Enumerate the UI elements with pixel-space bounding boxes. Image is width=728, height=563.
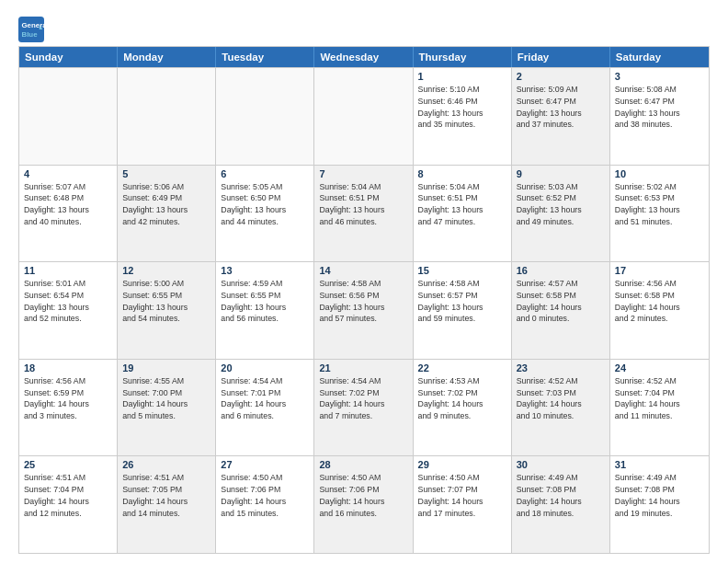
cal-cell-4: 4Sunrise: 5:07 AM Sunset: 6:48 PM Daylig… — [19, 166, 118, 262]
day-info: Sunrise: 4:54 AM Sunset: 7:01 PM Dayligh… — [221, 375, 309, 422]
day-info: Sunrise: 4:56 AM Sunset: 6:58 PM Dayligh… — [615, 278, 704, 325]
day-info: Sunrise: 5:03 AM Sunset: 6:52 PM Dayligh… — [517, 181, 605, 228]
cal-cell-6: 6Sunrise: 5:05 AM Sunset: 6:50 PM Daylig… — [216, 166, 314, 262]
cal-cell-1: 1Sunrise: 5:10 AM Sunset: 6:46 PM Daylig… — [414, 68, 512, 165]
day-number: 29 — [418, 459, 506, 470]
cal-header-sunday: Sunday — [19, 47, 118, 67]
day-info: Sunrise: 5:04 AM Sunset: 6:51 PM Dayligh… — [319, 181, 407, 228]
cal-cell-26: 26Sunrise: 4:51 AM Sunset: 7:05 PM Dayli… — [118, 456, 216, 553]
day-number: 23 — [517, 362, 605, 373]
cal-cell-27: 27Sunrise: 4:50 AM Sunset: 7:06 PM Dayli… — [216, 456, 314, 553]
cal-header-wednesday: Wednesday — [314, 47, 413, 67]
day-info: Sunrise: 5:09 AM Sunset: 6:47 PM Dayligh… — [517, 84, 605, 131]
cal-cell-17: 17Sunrise: 4:56 AM Sunset: 6:58 PM Dayli… — [610, 262, 709, 359]
cal-cell-empty-0-2 — [216, 68, 314, 165]
day-info: Sunrise: 5:08 AM Sunset: 6:47 PM Dayligh… — [615, 84, 704, 131]
day-number: 3 — [615, 71, 704, 82]
day-number: 2 — [517, 71, 605, 82]
cal-cell-15: 15Sunrise: 4:58 AM Sunset: 6:57 PM Dayli… — [414, 262, 512, 359]
day-info: Sunrise: 4:50 AM Sunset: 7:06 PM Dayligh… — [221, 472, 309, 519]
header: General Blue — [18, 17, 710, 42]
day-info: Sunrise: 4:58 AM Sunset: 6:56 PM Dayligh… — [319, 278, 407, 325]
day-number: 1 — [418, 71, 506, 82]
cal-header-tuesday: Tuesday — [216, 47, 314, 67]
cal-cell-18: 18Sunrise: 4:56 AM Sunset: 6:59 PM Dayli… — [19, 360, 118, 456]
cal-header-monday: Monday — [118, 47, 216, 67]
day-number: 12 — [122, 265, 210, 276]
cal-cell-7: 7Sunrise: 5:04 AM Sunset: 6:51 PM Daylig… — [314, 166, 413, 262]
day-number: 26 — [122, 459, 210, 470]
cal-row-1: 1Sunrise: 5:10 AM Sunset: 6:46 PM Daylig… — [19, 67, 709, 165]
cal-cell-28: 28Sunrise: 4:50 AM Sunset: 7:06 PM Dayli… — [314, 456, 413, 553]
cal-header-friday: Friday — [512, 47, 610, 67]
day-info: Sunrise: 4:52 AM Sunset: 7:03 PM Dayligh… — [517, 375, 605, 422]
calendar-header-row: SundayMondayTuesdayWednesdayThursdayFrid… — [19, 47, 709, 67]
day-number: 27 — [221, 459, 309, 470]
cal-cell-13: 13Sunrise: 4:59 AM Sunset: 6:55 PM Dayli… — [216, 262, 314, 359]
cal-cell-8: 8Sunrise: 5:04 AM Sunset: 6:51 PM Daylig… — [414, 166, 512, 262]
day-info: Sunrise: 4:56 AM Sunset: 6:59 PM Dayligh… — [24, 375, 112, 422]
cal-cell-9: 9Sunrise: 5:03 AM Sunset: 6:52 PM Daylig… — [512, 166, 610, 262]
cal-header-saturday: Saturday — [610, 47, 709, 67]
day-info: Sunrise: 4:51 AM Sunset: 7:05 PM Dayligh… — [122, 472, 210, 519]
day-info: Sunrise: 4:52 AM Sunset: 7:04 PM Dayligh… — [615, 375, 704, 422]
cal-cell-empty-0-3 — [314, 68, 413, 165]
day-number: 30 — [517, 459, 605, 470]
day-info: Sunrise: 4:59 AM Sunset: 6:55 PM Dayligh… — [221, 278, 309, 325]
day-info: Sunrise: 4:53 AM Sunset: 7:02 PM Dayligh… — [418, 375, 506, 422]
day-info: Sunrise: 4:57 AM Sunset: 6:58 PM Dayligh… — [517, 278, 605, 325]
cal-cell-22: 22Sunrise: 4:53 AM Sunset: 7:02 PM Dayli… — [414, 360, 512, 456]
cal-cell-21: 21Sunrise: 4:54 AM Sunset: 7:02 PM Dayli… — [314, 360, 413, 456]
day-info: Sunrise: 4:50 AM Sunset: 7:07 PM Dayligh… — [418, 472, 506, 519]
cal-cell-5: 5Sunrise: 5:06 AM Sunset: 6:49 PM Daylig… — [118, 166, 216, 262]
day-number: 13 — [221, 265, 309, 276]
cal-cell-19: 19Sunrise: 4:55 AM Sunset: 7:00 PM Dayli… — [118, 360, 216, 456]
cal-cell-29: 29Sunrise: 4:50 AM Sunset: 7:07 PM Dayli… — [414, 456, 512, 553]
day-number: 11 — [24, 265, 112, 276]
day-number: 6 — [221, 168, 309, 179]
cal-header-thursday: Thursday — [414, 47, 512, 67]
day-info: Sunrise: 5:05 AM Sunset: 6:50 PM Dayligh… — [221, 181, 309, 228]
day-info: Sunrise: 5:07 AM Sunset: 6:48 PM Dayligh… — [24, 181, 112, 228]
day-number: 5 — [122, 168, 210, 179]
day-number: 19 — [122, 362, 210, 373]
day-number: 8 — [418, 168, 506, 179]
cal-cell-20: 20Sunrise: 4:54 AM Sunset: 7:01 PM Dayli… — [216, 360, 314, 456]
day-number: 31 — [615, 459, 704, 470]
cal-cell-empty-0-1 — [118, 68, 216, 165]
day-info: Sunrise: 5:01 AM Sunset: 6:54 PM Dayligh… — [24, 278, 112, 325]
cal-row-3: 11Sunrise: 5:01 AM Sunset: 6:54 PM Dayli… — [19, 261, 709, 359]
calendar-body: 1Sunrise: 5:10 AM Sunset: 6:46 PM Daylig… — [19, 67, 709, 553]
day-number: 14 — [319, 265, 407, 276]
cal-cell-31: 31Sunrise: 4:49 AM Sunset: 7:08 PM Dayli… — [610, 456, 709, 553]
day-number: 7 — [319, 168, 407, 179]
page: General Blue SundayMondayTuesdayWednesda… — [0, 0, 728, 563]
day-number: 28 — [319, 459, 407, 470]
day-number: 18 — [24, 362, 112, 373]
day-number: 15 — [418, 265, 506, 276]
day-number: 17 — [615, 265, 704, 276]
day-number: 9 — [517, 168, 605, 179]
day-info: Sunrise: 4:54 AM Sunset: 7:02 PM Dayligh… — [319, 375, 407, 422]
day-info: Sunrise: 4:49 AM Sunset: 7:08 PM Dayligh… — [615, 472, 704, 519]
day-number: 16 — [517, 265, 605, 276]
cal-row-4: 18Sunrise: 4:56 AM Sunset: 6:59 PM Dayli… — [19, 359, 709, 456]
cal-row-2: 4Sunrise: 5:07 AM Sunset: 6:48 PM Daylig… — [19, 165, 709, 262]
cal-cell-25: 25Sunrise: 4:51 AM Sunset: 7:04 PM Dayli… — [19, 456, 118, 553]
cal-cell-14: 14Sunrise: 4:58 AM Sunset: 6:56 PM Dayli… — [314, 262, 413, 359]
cal-cell-12: 12Sunrise: 5:00 AM Sunset: 6:55 PM Dayli… — [118, 262, 216, 359]
cal-cell-3: 3Sunrise: 5:08 AM Sunset: 6:47 PM Daylig… — [610, 68, 709, 165]
day-info: Sunrise: 5:00 AM Sunset: 6:55 PM Dayligh… — [122, 278, 210, 325]
day-number: 20 — [221, 362, 309, 373]
day-info: Sunrise: 4:50 AM Sunset: 7:06 PM Dayligh… — [319, 472, 407, 519]
cal-cell-23: 23Sunrise: 4:52 AM Sunset: 7:03 PM Dayli… — [512, 360, 610, 456]
day-info: Sunrise: 5:02 AM Sunset: 6:53 PM Dayligh… — [615, 181, 704, 228]
logo-icon: General Blue — [18, 17, 44, 42]
day-number: 24 — [615, 362, 704, 373]
cal-cell-2: 2Sunrise: 5:09 AM Sunset: 6:47 PM Daylig… — [512, 68, 610, 165]
day-info: Sunrise: 4:51 AM Sunset: 7:04 PM Dayligh… — [24, 472, 112, 519]
day-info: Sunrise: 5:04 AM Sunset: 6:51 PM Dayligh… — [418, 181, 506, 228]
day-info: Sunrise: 4:55 AM Sunset: 7:00 PM Dayligh… — [122, 375, 210, 422]
day-number: 21 — [319, 362, 407, 373]
day-number: 22 — [418, 362, 506, 373]
